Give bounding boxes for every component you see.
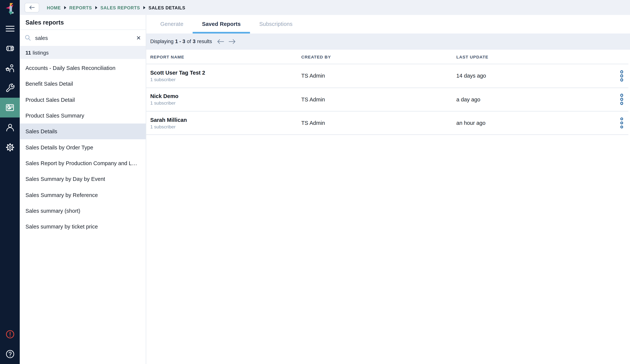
table-row[interactable]: Nick Demo 1 subscriber TS Admin a day ag…	[146, 88, 628, 112]
created-by: TS Admin	[301, 73, 456, 79]
tab-generate[interactable]: Generate	[151, 15, 193, 33]
subscriber-count: 1 subscriber	[150, 124, 301, 129]
arrow-right-icon	[228, 39, 236, 44]
list-item[interactable]: Accounts - Daily Sales Reconciliation	[20, 60, 146, 76]
person-icon	[5, 122, 15, 132]
created-by: TS Admin	[301, 120, 456, 126]
breadcrumb-sales-reports[interactable]: SALES REPORTS	[100, 5, 140, 10]
breadcrumb-separator-icon	[64, 6, 66, 9]
panel-title: Sales reports	[26, 19, 64, 26]
report-name[interactable]: Scott User Tag Test 2	[150, 70, 301, 76]
listings-count-row: 11 listings	[20, 46, 146, 59]
table-header-row: REPORT NAME CREATED BY LAST UPDATE	[146, 50, 628, 64]
column-header-last-update: LAST UPDATE	[456, 54, 628, 59]
sidebar-item-account[interactable]	[0, 118, 20, 138]
breadcrumb-reports[interactable]: REPORTS	[70, 5, 92, 10]
search-row: ✕	[20, 30, 146, 46]
wrench-icon	[5, 83, 15, 93]
icon-sidebar	[0, 0, 20, 364]
search-input[interactable]	[34, 34, 133, 42]
saved-reports-table: REPORT NAME CREATED BY LAST UPDATE Scott…	[146, 50, 630, 135]
list-item[interactable]: Product Sales Summary	[20, 108, 146, 124]
hamburger-menu-icon	[6, 25, 14, 32]
sidebar-item-settings[interactable]	[0, 137, 20, 157]
breadcrumb-separator-icon	[143, 6, 145, 9]
sidebar-item-menu[interactable]	[0, 18, 20, 38]
subscriber-count: 1 subscriber	[150, 77, 301, 82]
last-update: an hour ago	[456, 120, 620, 126]
next-page-button[interactable]	[228, 39, 236, 44]
pagination-suffix: results	[197, 38, 212, 44]
sidebar-item-reports[interactable]	[0, 98, 20, 118]
app-root: HOME REPORTS SALES REPORTS SALES DETAILS…	[0, 0, 630, 364]
created-by: TS Admin	[301, 96, 456, 102]
last-update: 14 days ago	[456, 73, 620, 79]
last-update: a day ago	[456, 96, 620, 102]
sidebar-item-alerts[interactable]	[0, 324, 20, 344]
previous-page-button[interactable]	[217, 39, 224, 44]
breadcrumb-separator-icon	[95, 6, 97, 9]
reports-chart-icon	[5, 103, 15, 112]
report-list-panel: Sales reports ✕ 11 listings Accounts - D…	[20, 15, 146, 364]
sidebar-item-help[interactable]	[0, 344, 20, 364]
arrow-left-icon	[217, 39, 224, 44]
listings-label: listings	[32, 50, 49, 56]
sidebar-item-tickets[interactable]	[0, 38, 20, 58]
content-region: Sales reports ✕ 11 listings Accounts - D…	[20, 15, 630, 364]
list-item[interactable]: Product Sales Detail	[20, 92, 146, 108]
sidebar-item-customers[interactable]	[0, 58, 20, 78]
row-actions-menu-icon[interactable]	[620, 70, 623, 81]
tab-bar: Generate Saved Reports Subscriptions	[146, 15, 630, 33]
clear-search-icon[interactable]: ✕	[136, 35, 141, 41]
back-button[interactable]	[24, 2, 39, 12]
list-item[interactable]: Benefit Sales Detail	[20, 76, 146, 92]
row-actions-menu-icon[interactable]	[620, 94, 623, 105]
list-item[interactable]: Sales summary by ticket price	[20, 219, 146, 235]
sidebar-item-tools[interactable]	[0, 78, 20, 98]
report-name[interactable]: Nick Demo	[150, 93, 301, 99]
breadcrumb-current: SALES DETAILS	[148, 5, 185, 10]
list-item[interactable]: Sales Summary by Day by Event	[20, 171, 146, 187]
list-item[interactable]: Sales Summary by Reference	[20, 187, 146, 203]
gear-icon	[5, 142, 15, 152]
tab-subscriptions[interactable]: Subscriptions	[250, 15, 302, 33]
table-row[interactable]: Scott User Tag Test 2 1 subscriber TS Ad…	[146, 64, 628, 88]
pagination-bar: Displaying 1 - 3 of 3 results	[146, 33, 630, 50]
row-actions-menu-icon[interactable]	[620, 117, 623, 128]
alert-icon	[5, 330, 15, 339]
list-item-selected[interactable]: Sales Details	[20, 124, 146, 140]
report-name[interactable]: Sarah Millican	[150, 117, 301, 123]
shopper-icon	[5, 63, 15, 73]
panel-title-row: Sales reports	[20, 15, 146, 30]
column-header-report-name: REPORT NAME	[146, 54, 301, 59]
ticketsolve-logo-icon	[5, 2, 15, 15]
table-row[interactable]: Sarah Millican 1 subscriber TS Admin an …	[146, 111, 628, 135]
saved-reports-main: Generate Saved Reports Subscriptions Dis…	[146, 15, 630, 364]
listings-count: 11	[26, 50, 31, 56]
tab-saved-reports[interactable]: Saved Reports	[193, 15, 250, 33]
search-icon	[24, 35, 31, 41]
report-type-list: Accounts - Daily Sales Reconciliation Be…	[20, 59, 146, 234]
pagination-of: of	[187, 38, 191, 44]
pagination-prefix: Displaying	[150, 38, 174, 44]
pagination-range: 1 - 3	[175, 38, 185, 44]
header-bar: HOME REPORTS SALES REPORTS SALES DETAILS	[20, 0, 630, 15]
list-item[interactable]: Sales Report by Production Company and L…	[20, 156, 146, 171]
pagination-total: 3	[193, 38, 196, 44]
list-item[interactable]: Sales Details by Order Type	[20, 140, 146, 156]
breadcrumb-home[interactable]: HOME	[47, 5, 61, 10]
main-region: HOME REPORTS SALES REPORTS SALES DETAILS…	[20, 0, 630, 364]
breadcrumb: HOME REPORTS SALES REPORTS SALES DETAILS	[47, 5, 186, 10]
back-arrow-icon	[29, 5, 35, 10]
help-icon	[5, 349, 15, 359]
ticket-icon	[5, 44, 15, 53]
list-item[interactable]: Sales summary (short)	[20, 203, 146, 219]
subscriber-count: 1 subscriber	[150, 101, 301, 106]
column-header-created-by: CREATED BY	[301, 54, 456, 59]
